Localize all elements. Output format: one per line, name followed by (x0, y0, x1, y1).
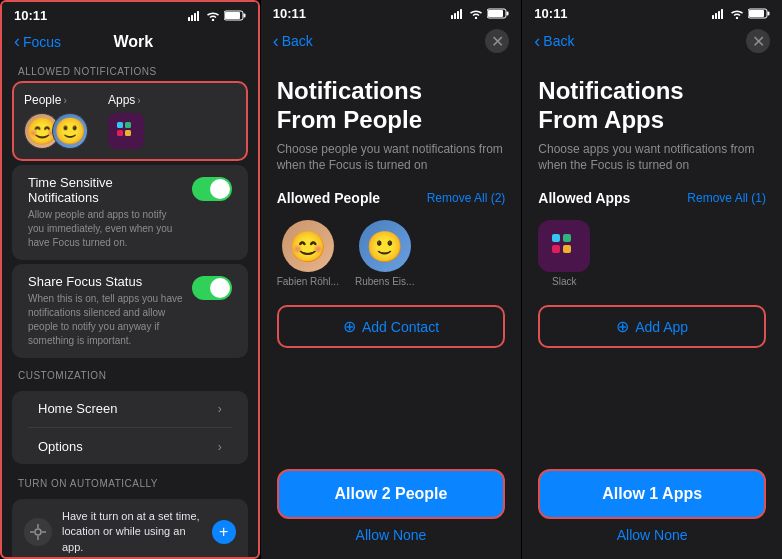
remove-all-apps-button[interactable]: Remove All (1) (687, 191, 766, 205)
svg-rect-3 (197, 11, 199, 21)
svg-rect-1 (191, 15, 193, 21)
turn-on-auto-label: TURN ON AUTOMATICALLY (2, 470, 258, 493)
options-item[interactable]: Options › (22, 429, 238, 464)
nav-bar-3: ‹ Back ✕ (522, 25, 782, 59)
share-focus-row[interactable]: Share Focus Status When this is on, tell… (12, 264, 248, 358)
automation-box: Have it turn on at a set time, location … (12, 499, 248, 557)
person-item-1: 😊 Fabien Röhl... (277, 220, 339, 287)
people-label: People › (24, 93, 67, 107)
plus-icon-app: ⊕ (616, 317, 629, 336)
person1-name: Fabien Röhl... (277, 276, 339, 287)
svg-point-30 (736, 16, 738, 18)
svg-rect-28 (718, 11, 720, 19)
svg-rect-10 (117, 130, 123, 136)
svg-rect-6 (225, 12, 240, 19)
nav-bar: ‹ Focus Work (2, 27, 258, 58)
status-time-2: 10:11 (273, 6, 306, 21)
slack-logo-large (550, 232, 578, 260)
slack-app-icon-large (538, 220, 590, 272)
time-sensitive-row[interactable]: Time Sensitive Notifications Allow peopl… (12, 165, 248, 260)
settings-panel: 10:11 ‹ Focus Wo (0, 0, 260, 559)
home-screen-item[interactable]: Home Screen › (22, 391, 238, 426)
share-focus-toggle[interactable] (192, 276, 232, 300)
back-button-3[interactable]: ‹ Back (534, 31, 574, 52)
svg-rect-26 (712, 15, 714, 19)
allow-apps-button[interactable]: Allow 1 Apps (538, 469, 766, 519)
person2-avatar-large: 🙂 (359, 220, 411, 272)
allow-none-apps-button[interactable]: Allow None (617, 527, 688, 543)
person2-name: Rubens Eis... (355, 276, 414, 287)
allow-people-button[interactable]: Allow 2 People (277, 469, 506, 519)
options-label: Options (38, 439, 83, 454)
signal-icon (188, 11, 202, 21)
status-bar: 10:11 (2, 2, 258, 27)
close-button-3[interactable]: ✕ (746, 29, 770, 53)
time-sensitive-content: Time Sensitive Notifications Allow peopl… (28, 175, 184, 250)
allowed-notifications-label: ALLOWED NOTIFICATIONS (2, 58, 258, 81)
back-chevron-icon-2: ‹ (273, 31, 279, 52)
automation-text: Have it turn on at a set time, location … (62, 509, 202, 555)
slack-item: Slack (538, 220, 590, 287)
svg-rect-29 (721, 9, 723, 19)
allowed-apps-section: Allowed Apps Remove All (1) (522, 180, 782, 212)
svg-rect-25 (507, 12, 509, 16)
svg-rect-11 (125, 130, 131, 136)
wifi-icon-2 (469, 9, 483, 19)
panel3-bottom: Allow 1 Apps Allow None (522, 461, 782, 559)
remove-all-button[interactable]: Remove All (2) (427, 191, 506, 205)
back-chevron-icon-3: ‹ (534, 31, 540, 52)
people-notif-col[interactable]: People › 😊 🙂 (24, 93, 88, 149)
back-label-2: Back (282, 33, 313, 49)
time-sensitive-desc: Allow people and apps to notify you imme… (28, 208, 184, 250)
svg-rect-9 (125, 122, 131, 128)
automation-row[interactable]: Have it turn on at a set time, location … (12, 499, 248, 557)
apps-label: Apps › (108, 93, 141, 107)
apps-panel: 10:11 ‹ Back ✕ (522, 0, 782, 559)
wifi-icon-3 (730, 9, 744, 19)
plus-icon: ⊕ (343, 317, 356, 336)
svg-rect-35 (563, 234, 571, 242)
allow-none-button[interactable]: Allow None (356, 527, 427, 543)
allowed-notifications-box: People › 😊 🙂 Apps › (12, 81, 248, 161)
share-focus-title: Share Focus Status (28, 274, 184, 289)
options-chevron: › (218, 440, 222, 454)
status-time-3: 10:11 (534, 6, 567, 21)
panel3-header: Notifications From Apps Choose apps you … (522, 59, 782, 180)
apps-list: Slack (522, 212, 782, 295)
panel2-bottom: Allow 2 People Allow None (261, 461, 522, 559)
battery-icon-2 (487, 8, 509, 19)
add-app-button[interactable]: ⊕ Add App (538, 305, 766, 348)
customization-label: CUSTOMIZATION (2, 362, 258, 385)
person2-avatar: 🙂 (52, 113, 88, 149)
settings-scroll: ALLOWED NOTIFICATIONS People › 😊 🙂 Apps (2, 58, 258, 557)
slack-app-name: Slack (552, 276, 576, 287)
panel2-header: Notifications From People Choose people … (261, 59, 522, 180)
share-focus-desc: When this is on, tell apps you have noti… (28, 292, 184, 348)
svg-rect-18 (451, 15, 453, 19)
allowed-people-label: Allowed People (277, 190, 380, 206)
slack-app-icon (108, 113, 144, 149)
svg-point-22 (475, 16, 477, 18)
add-contact-button[interactable]: ⊕ Add Contact (277, 305, 506, 348)
add-automation-button[interactable]: + (212, 520, 236, 544)
back-chevron-icon: ‹ (14, 31, 20, 52)
page-title: Work (114, 33, 154, 51)
person-item-2: 🙂 Rubens Eis... (355, 220, 414, 287)
add-contact-label: Add Contact (362, 319, 439, 335)
apps-notif-col[interactable]: Apps › (108, 93, 144, 149)
back-button-2[interactable]: ‹ Back (273, 31, 313, 52)
close-button-2[interactable]: ✕ (485, 29, 509, 53)
status-icons-3 (712, 8, 770, 19)
home-screen-label: Home Screen (38, 401, 117, 416)
svg-rect-32 (749, 10, 764, 17)
svg-rect-8 (117, 122, 123, 128)
battery-icon (224, 10, 246, 21)
people-list: 😊 Fabien Röhl... 🙂 Rubens Eis... (261, 212, 522, 295)
panel3-title: Notifications From Apps (538, 77, 766, 135)
time-sensitive-toggle[interactable] (192, 177, 232, 201)
svg-rect-36 (552, 245, 560, 253)
chevron-icon: › (63, 95, 66, 106)
signal-icon-3 (712, 9, 726, 19)
back-button[interactable]: ‹ Focus (14, 31, 61, 52)
status-bar-2: 10:11 (261, 0, 522, 25)
